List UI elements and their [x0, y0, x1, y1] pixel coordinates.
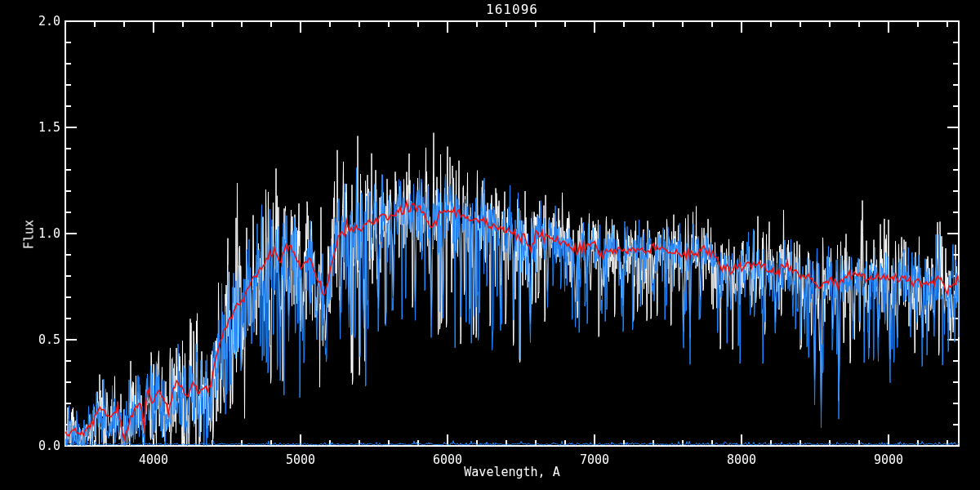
x-tick-label: 6000 [433, 454, 462, 466]
spectrum-canvas [0, 0, 980, 490]
x-tick-label: 9000 [874, 454, 903, 466]
y-tick-label: 1.5 [38, 122, 60, 134]
x-axis-label: Wavelength, A [464, 466, 559, 479]
x-tick-label: 7000 [580, 454, 609, 466]
y-tick-label: 2.0 [38, 16, 60, 28]
spectrum-figure: 161096 Flux Wavelength, A 40005000600070… [0, 0, 980, 490]
y-tick-label: 1.0 [38, 228, 60, 240]
y-tick-label: 0.0 [38, 440, 60, 452]
x-tick-label: 8000 [727, 454, 756, 466]
y-axis-label: Flux [24, 220, 36, 249]
y-tick-label: 0.5 [38, 334, 60, 346]
plot-title: 161096 [486, 3, 538, 16]
x-tick-label: 5000 [286, 454, 315, 466]
x-tick-label: 4000 [139, 454, 168, 466]
